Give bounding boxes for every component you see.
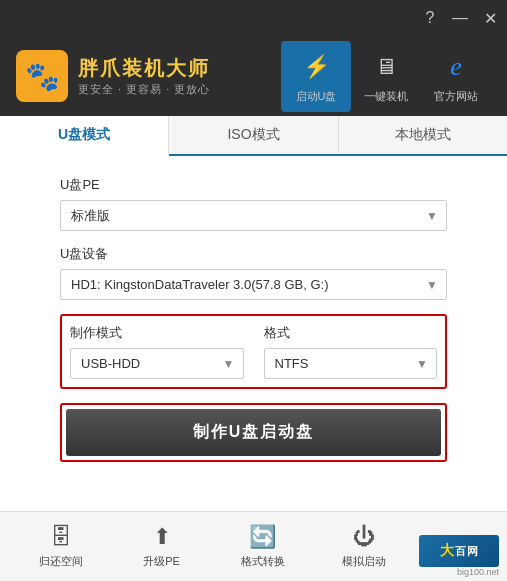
logo-text: 胖爪装机大师 更安全 · 更容易 · 更放心: [78, 55, 210, 97]
restore-icon: 🗄: [50, 524, 72, 550]
upgrade-icon: ⬆: [153, 524, 171, 550]
pe-group: U盘PE 标准版 ▼: [60, 176, 447, 231]
tab-iso-mode[interactable]: ISO模式: [169, 116, 338, 154]
mode-select[interactable]: USB-HDD: [71, 349, 243, 378]
app-subtitle: 更安全 · 更容易 · 更放心: [78, 82, 210, 97]
usb-icon: ⚡: [298, 49, 334, 85]
tab-usb-mode[interactable]: U盘模式: [0, 116, 169, 156]
tab-local-mode[interactable]: 本地模式: [339, 116, 507, 154]
nav-item-usb[interactable]: ⚡ 启动U盘: [281, 41, 351, 112]
nav-item-official[interactable]: e 官方网站: [421, 41, 491, 112]
format-label: 格式: [264, 324, 438, 342]
nav-usb-label: 启动U盘: [296, 89, 337, 104]
title-help-btn[interactable]: ?: [421, 9, 439, 27]
device-select[interactable]: HD1: KingstonDataTraveler 3.0(57.8 GB, G…: [61, 270, 446, 299]
toolbar-simulate[interactable]: ⏻ 模拟启动: [334, 524, 394, 569]
nav-item-install[interactable]: 🖥 一键装机: [351, 41, 421, 112]
format-icon: 🔄: [249, 524, 276, 550]
form-row: 制作模式 USB-HDD ▼ 格式 NTFS ▼: [70, 324, 437, 379]
nav-icons: ⚡ 启动U盘 🖥 一键装机 e 官方网站: [281, 41, 491, 112]
format-convert-label: 格式转换: [241, 554, 285, 569]
format-group: 格式 NTFS ▼: [264, 324, 438, 379]
mode-label: 制作模式: [70, 324, 244, 342]
official-icon: e: [438, 49, 474, 85]
pe-label: U盘PE: [60, 176, 447, 194]
simulate-label: 模拟启动: [342, 554, 386, 569]
toolbar-restore[interactable]: 🗄 归还空间: [31, 524, 91, 569]
pe-select-wrapper: 标准版 ▼: [60, 200, 447, 231]
mode-format-row: 制作模式 USB-HDD ▼ 格式 NTFS ▼: [60, 314, 447, 389]
nav-install-label: 一键装机: [364, 89, 408, 104]
restore-label: 归还空间: [39, 554, 83, 569]
format-select[interactable]: NTFS: [265, 349, 437, 378]
title-close-btn[interactable]: ✕: [481, 9, 499, 27]
title-bar-controls: ? — ✕: [421, 9, 499, 27]
device-group: U盘设备 HD1: KingstonDataTraveler 3.0(57.8 …: [60, 245, 447, 300]
create-usb-button[interactable]: 制作U盘启动盘: [66, 409, 441, 456]
logo-icon: 🐾: [16, 50, 68, 102]
toolbar-upgrade[interactable]: ⬆ 升级PE: [132, 524, 192, 569]
app-title: 胖爪装机大师: [78, 55, 210, 82]
title-bar: ? — ✕: [0, 0, 507, 36]
app-window: ? — ✕ 🐾 胖爪装机大师 更安全 · 更容易 · 更放心 ⚡ 启动U盘 🖥 …: [0, 0, 507, 581]
create-btn-wrapper: 制作U盘启动盘: [60, 403, 447, 462]
header: 🐾 胖爪装机大师 更安全 · 更容易 · 更放心 ⚡ 启动U盘 🖥 一键装机 e…: [0, 36, 507, 116]
mode-group: 制作模式 USB-HDD ▼: [70, 324, 244, 379]
tabs: U盘模式 ISO模式 本地模式: [0, 116, 507, 156]
mode-select-wrapper: USB-HDD ▼: [70, 348, 244, 379]
pe-select[interactable]: 标准版: [61, 201, 446, 230]
title-minimize-btn[interactable]: —: [451, 9, 469, 27]
format-select-wrapper: NTFS ▼: [264, 348, 438, 379]
device-select-wrapper: HD1: KingstonDataTraveler 3.0(57.8 GB, G…: [60, 269, 447, 300]
simulate-icon: ⏻: [353, 524, 375, 550]
watermark-url: big100.net: [457, 567, 499, 577]
toolbar-format[interactable]: 🔄 格式转换: [233, 524, 293, 569]
install-icon: 🖥: [368, 49, 404, 85]
watermark-brand: 大 百网: [419, 535, 499, 567]
watermark: 大 百网 big100.net: [419, 535, 499, 577]
bottom-toolbar: 🗄 归还空间 ⬆ 升级PE 🔄 格式转换 ⏻ 模拟启动 ☁ ☁ 大 百网 big…: [0, 511, 507, 581]
device-label: U盘设备: [60, 245, 447, 263]
nav-official-label: 官方网站: [434, 89, 478, 104]
logo-area: 🐾 胖爪装机大师 更安全 · 更容易 · 更放心: [16, 50, 281, 102]
upgrade-label: 升级PE: [143, 554, 180, 569]
